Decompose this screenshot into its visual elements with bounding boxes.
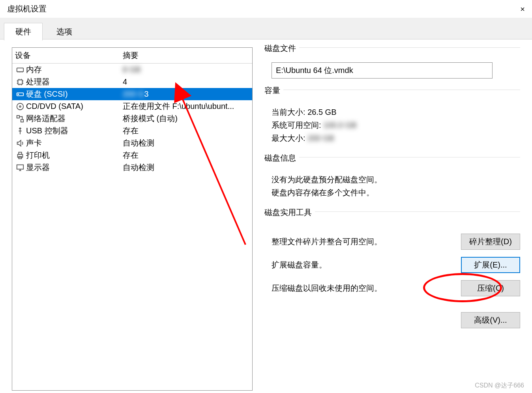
device-row-printer[interactable]: 打印机 存在 <box>12 149 252 161</box>
device-row-disk[interactable]: 硬盘 (SCSI) 200 G3 <box>12 88 252 100</box>
svg-point-5 <box>19 106 21 107</box>
svg-rect-6 <box>17 115 19 118</box>
compact-button[interactable]: 压缩(C) <box>461 280 520 296</box>
info-line: 硬盘内容存储在多个文件中。 <box>272 187 520 198</box>
svg-point-3 <box>18 94 19 95</box>
disk-info-label: 磁盘信息 <box>264 153 299 163</box>
device-name: 硬盘 (SCSI) <box>26 89 123 99</box>
capacity-group: 容量 当前大小: 26.5 GB 系统可用空间: 100.0 GB 最大大小: … <box>264 90 520 154</box>
info-line: 没有为此硬盘预分配磁盘空间。 <box>272 174 520 185</box>
device-name: 内存 <box>26 64 123 75</box>
svg-rect-7 <box>21 119 23 122</box>
device-summary: 自动检测 <box>123 138 250 148</box>
device-name: USB 控制器 <box>26 125 123 136</box>
cur-size-value: 26.5 GB <box>307 108 336 116</box>
expand-desc: 扩展磁盘容量。 <box>272 260 461 270</box>
disc-icon <box>14 102 26 111</box>
usb-icon <box>14 127 26 135</box>
title-bar: 虚拟机设置 × <box>0 0 532 18</box>
window-title: 虚拟机设置 <box>7 4 47 14</box>
device-summary: 桥接模式 (自动) <box>123 113 250 124</box>
cur-size-label: 当前大小: <box>272 108 305 116</box>
header-summary: 摘要 <box>123 50 139 61</box>
device-row-network[interactable]: 网络适配器 桥接模式 (自动) <box>12 112 252 125</box>
expand-button[interactable]: 扩展(E)... <box>461 257 520 273</box>
svg-rect-0 <box>17 68 24 71</box>
watermark: CSDN @达子666 <box>475 382 524 390</box>
device-name: 打印机 <box>26 150 123 161</box>
cpu-icon <box>14 78 26 86</box>
svg-rect-11 <box>17 165 24 169</box>
device-summary: 4 <box>123 77 250 86</box>
network-icon <box>14 114 26 123</box>
free-value: 100.0 GB <box>323 121 357 130</box>
detail-panel: 磁盘文件 E:\Ubuntu 64 位.vmdk 容量 当前大小: 26.5 G… <box>264 47 520 391</box>
device-summary: 存在 <box>123 125 250 136</box>
defrag-button[interactable]: 碎片整理(D) <box>461 234 520 250</box>
defrag-desc: 整理文件碎片并整合可用空间。 <box>272 236 461 247</box>
display-icon <box>14 163 26 172</box>
memory-icon <box>14 66 26 74</box>
sound-icon <box>14 139 26 148</box>
device-name: 显示器 <box>26 162 123 173</box>
svg-rect-1 <box>18 80 22 84</box>
svg-rect-9 <box>19 152 21 154</box>
device-summary: 200 G3 <box>123 90 250 99</box>
device-row-cddvd[interactable]: CD/DVD (SATA) 正在使用文件 F:\ubuntu\ubunt... <box>12 100 252 112</box>
disk-file-group: 磁盘文件 E:\Ubuntu 64 位.vmdk <box>264 47 520 86</box>
device-list: 设备 摘要 内存 8 GB 处理器 4 硬盘 (SCSI) 200 G3 <box>12 47 253 391</box>
device-name: 网络适配器 <box>26 113 123 124</box>
disk-util-label: 磁盘实用工具 <box>264 207 315 218</box>
header-device: 设备 <box>14 50 123 61</box>
capacity-label: 容量 <box>264 85 283 96</box>
disk-file-input[interactable]: E:\Ubuntu 64 位.vmdk <box>272 62 493 79</box>
device-row-display[interactable]: 显示器 自动检测 <box>12 161 252 174</box>
device-row-cpu[interactable]: 处理器 4 <box>12 76 252 88</box>
disk-info-group: 磁盘信息 没有为此硬盘预分配磁盘空间。 硬盘内容存储在多个文件中。 <box>264 157 520 208</box>
device-row-sound[interactable]: 声卡 自动检测 <box>12 137 252 149</box>
device-row-usb[interactable]: USB 控制器 存在 <box>12 125 252 137</box>
printer-icon <box>14 151 26 160</box>
disk-icon <box>14 90 26 99</box>
device-list-header: 设备 摘要 <box>12 48 252 64</box>
device-row-memory[interactable]: 内存 8 GB <box>12 64 252 76</box>
device-name: CD/DVD (SATA) <box>26 102 123 111</box>
max-label: 最大大小: <box>272 134 305 142</box>
device-summary: 自动检测 <box>123 162 250 173</box>
device-name: 处理器 <box>26 77 123 87</box>
device-name: 声卡 <box>26 138 123 148</box>
device-summary: 正在使用文件 F:\ubuntu\ubunt... <box>123 101 250 112</box>
close-icon[interactable]: × <box>520 5 525 13</box>
device-summary: 存在 <box>123 150 250 161</box>
disk-file-label: 磁盘文件 <box>264 43 299 54</box>
device-summary: 8 GB <box>123 65 250 74</box>
tab-options[interactable]: 选项 <box>45 23 84 41</box>
disk-util-group: 磁盘实用工具 整理文件碎片并整合可用空间。 碎片整理(D) 扩展磁盘容量。 扩展… <box>264 211 520 336</box>
svg-point-4 <box>17 103 24 110</box>
compact-desc: 压缩磁盘以回收未使用的空间。 <box>272 283 461 294</box>
tabs: 硬件 选项 <box>0 18 532 39</box>
max-value: 200 GB <box>307 134 334 143</box>
free-label: 系统可用空间: <box>272 121 321 129</box>
tab-hardware[interactable]: 硬件 <box>4 23 43 41</box>
advanced-button[interactable]: 高级(V)... <box>461 312 520 328</box>
